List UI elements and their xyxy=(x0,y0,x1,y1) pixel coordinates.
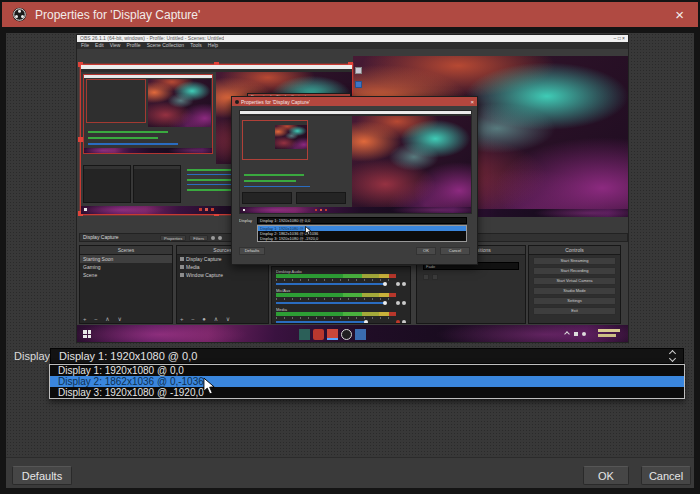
mini-volume-slider xyxy=(88,143,178,145)
slider-track xyxy=(276,302,385,304)
taskbar-app-icon-active xyxy=(327,329,338,340)
menu-item: Help xyxy=(208,43,218,48)
scene-list-item: Scene xyxy=(80,271,172,279)
mini-mouse-cursor xyxy=(305,226,312,236)
transition-add-icon xyxy=(423,274,429,280)
recursive-capture xyxy=(83,74,213,154)
speaker-icon xyxy=(396,301,400,305)
scenes-panel: Scenes Starting Soon Gaming Scene + − ∧ … xyxy=(79,245,173,324)
captured-menubar: File Edit View Profile Scene Collection … xyxy=(77,42,628,49)
tray-chevron-icon xyxy=(564,331,570,337)
mini-taskbar xyxy=(240,207,471,213)
mouse-cursor xyxy=(203,377,216,396)
source-toolbar-label: Display Capture xyxy=(80,235,160,240)
nested-display-label: Display xyxy=(239,218,255,224)
mini-taskbar-icon xyxy=(325,209,327,211)
nested-dropdown-list: Display 1: 1920x1080 @ 0,0 Display 2: 18… xyxy=(257,225,467,242)
mini-start-icon xyxy=(243,209,245,211)
display-dropdown-list: Display 1: 1920x1080 @ 0,0 Display 2: 18… xyxy=(49,364,685,399)
nested-defaults-button: Defaults xyxy=(239,247,265,255)
volume-slider xyxy=(276,301,406,305)
dropdown-option-display1[interactable]: Display 1: 1920x1080 @ 0,0 xyxy=(50,365,684,376)
taskbar-icons xyxy=(299,328,366,341)
nested-cancel-button: Cancel xyxy=(440,247,470,255)
tray-network-icon xyxy=(582,332,586,336)
clock-display xyxy=(598,329,620,340)
mini-volume-slider xyxy=(244,186,310,187)
audio-mixer-panel: Desktop Audio Mic/Aux Media xyxy=(271,266,411,324)
controls-panel: Controls Start Streaming Start Recording… xyxy=(528,245,621,324)
audio-scale-ticks xyxy=(276,298,396,300)
mini-wallpaper xyxy=(275,125,307,149)
mini-taskbar-icon xyxy=(205,208,208,211)
audio-meter: Mic/Aux xyxy=(276,288,406,305)
menu-item: Edit xyxy=(95,43,104,48)
mini-taskbar-icon xyxy=(315,209,317,211)
ok-button[interactable]: OK xyxy=(583,466,629,485)
slider-track xyxy=(276,321,367,323)
volume-slider xyxy=(276,282,406,286)
taskbar-app-icon xyxy=(355,329,366,340)
toolbar-icon xyxy=(211,236,215,240)
window-source-icon xyxy=(180,273,184,277)
start-recording-button: Start Recording xyxy=(533,267,616,275)
mini-wallpaper xyxy=(148,79,211,127)
controls-panel-header: Controls xyxy=(529,246,620,255)
dropdown-option-display2-highlighted[interactable]: Display 2: 1862x1036 @ 0,-1036 xyxy=(50,376,684,387)
cancel-button[interactable]: Cancel xyxy=(641,466,691,485)
desktop-icon xyxy=(355,67,362,74)
mini-dock-panel xyxy=(242,192,292,204)
exit-button: Exit xyxy=(533,307,616,315)
transition-remove-icon xyxy=(432,274,438,280)
audio-meter: Desktop Audio xyxy=(276,269,406,286)
start-streaming-button: Start Streaming xyxy=(533,257,616,265)
obs-properties-window: { "window": { "title": "Properties for '… xyxy=(0,0,700,494)
source-toolbar-button: Properties xyxy=(160,235,186,241)
speaker-icon xyxy=(396,282,400,286)
scenes-panel-toolbar: + − ∧ ∨ xyxy=(83,315,125,323)
studio-mode-button: Studio Mode xyxy=(533,287,616,295)
desktop-icon xyxy=(355,81,362,88)
nested-dialog-titlebar: Properties for 'Display Capture' × xyxy=(232,97,477,106)
audio-scale-ticks xyxy=(276,279,396,281)
mixer-settings-icon xyxy=(402,320,406,324)
nested-close-icon: × xyxy=(470,99,474,105)
mini-obs-region xyxy=(240,116,352,207)
slider-knob xyxy=(383,282,387,286)
settings-button: Settings xyxy=(533,297,616,305)
scene-list-item: Gaming xyxy=(80,263,172,271)
slider-track xyxy=(276,283,385,285)
nested-properties-dialog: Properties for 'Display Capture' × xyxy=(231,96,478,265)
captured-window-titlebar: OBS 26.1.1 (64-bit, windows) - Profile: … xyxy=(77,35,628,42)
scene-list-item: Starting Soon xyxy=(80,255,172,263)
mini-obs-logo-icon xyxy=(235,100,239,104)
display-combobox[interactable]: Display 1: 1920x1080 @ 0,0 xyxy=(50,348,684,364)
menu-item: Scene Collection xyxy=(147,43,185,48)
mini-window-titlebar xyxy=(84,75,212,78)
nested-dropdown-option: Display 3: 1920x1080 @ -1920,0 xyxy=(258,236,466,241)
obs-logo-icon xyxy=(12,7,27,22)
tray-volume-icon xyxy=(574,332,578,336)
taskbar-app-icon xyxy=(299,329,310,340)
nested-display-combobox: Display 1: 1920x1080 @ 0,0 xyxy=(257,217,467,224)
sources-panel-toolbar: + − ● ∧ ∨ xyxy=(180,315,233,323)
dropdown-option-display3[interactable]: Display 3: 1920x1080 @ -1920,0 xyxy=(50,387,684,398)
close-icon[interactable]: × xyxy=(671,7,688,22)
start-virtual-camera-button: Start Virtual Camera xyxy=(533,277,616,285)
menu-item: File xyxy=(81,43,89,48)
taskbar-obs-icon xyxy=(341,329,352,340)
captured-window-title: OBS 26.1.1 (64-bit, windows) - Profile: … xyxy=(80,36,224,41)
mini-taskbar-icon xyxy=(199,208,202,211)
source-list-item: Window Capture xyxy=(177,271,268,279)
source-toolbar-button: Filters xyxy=(189,235,208,241)
captured-window-controls: – □ × xyxy=(614,36,626,41)
mini-audio-meter xyxy=(88,131,168,133)
combobox-spinner-icon[interactable] xyxy=(668,350,678,362)
audio-scale-ticks xyxy=(276,317,396,319)
mini-audio-meter xyxy=(244,180,296,182)
defaults-button[interactable]: Defaults xyxy=(12,466,72,485)
mini-audio-meter xyxy=(244,174,304,176)
speaker-muted-icon xyxy=(396,320,400,324)
mini-start-icon xyxy=(84,208,87,211)
captured-taskbar xyxy=(77,325,628,343)
